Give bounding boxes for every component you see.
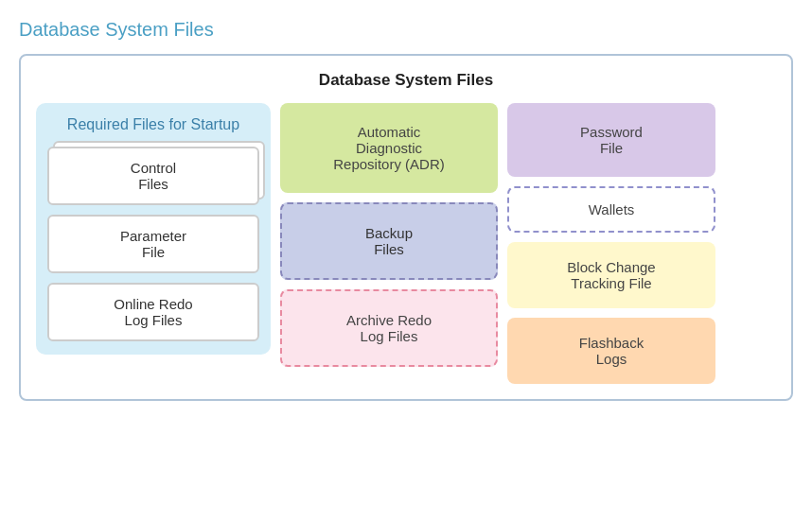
right-column: PasswordFile Wallets Block ChangeTrackin… [507,103,715,384]
password-file-box: PasswordFile [507,103,715,177]
flashback-logs-box: FlashbackLogs [507,318,715,384]
wallets-box: Wallets [507,186,715,233]
center-column: AutomaticDiagnosticRepository (ADR) Back… [280,103,498,367]
backup-files-box: BackupFiles [280,202,498,280]
bct-box: Block ChangeTracking File [507,242,715,308]
adr-box: AutomaticDiagnosticRepository (ADR) [280,103,498,193]
parameter-file-box: ParameterFile [47,215,259,273]
control-files-box: ControlFiles [47,147,259,205]
required-files-title: Required Files for Startup [47,116,259,133]
page-title: Database System Files [19,19,793,41]
diagram-title: Database System Files [36,71,776,90]
required-files-panel: Required Files for Startup ControlFiles … [36,103,271,355]
online-redo-box: Online RedoLog Files [47,283,259,341]
diagram-container: Database System Files Required Files for… [19,54,793,401]
archive-redo-box: Archive RedoLog Files [280,289,498,367]
